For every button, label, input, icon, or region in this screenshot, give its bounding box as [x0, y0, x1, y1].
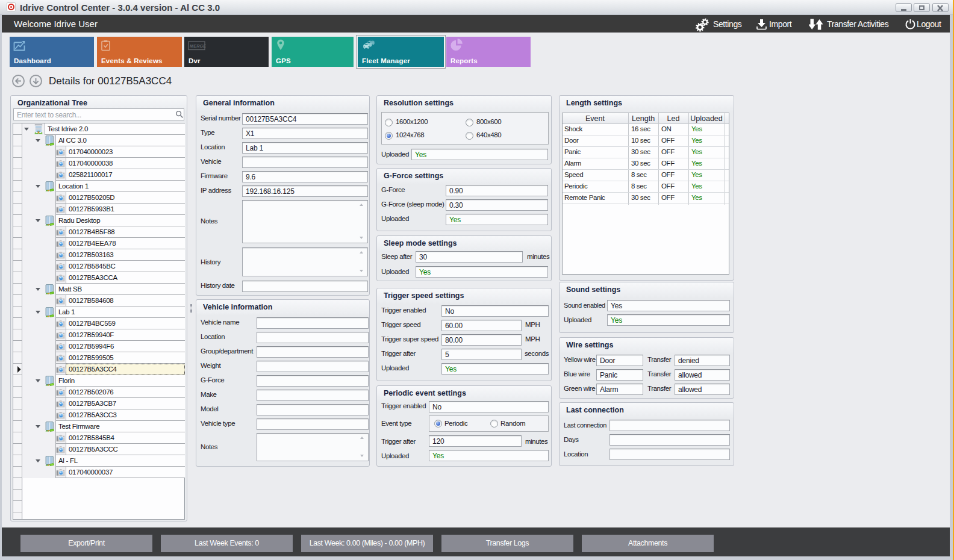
svg-text:MERGE: MERGE [190, 43, 206, 49]
